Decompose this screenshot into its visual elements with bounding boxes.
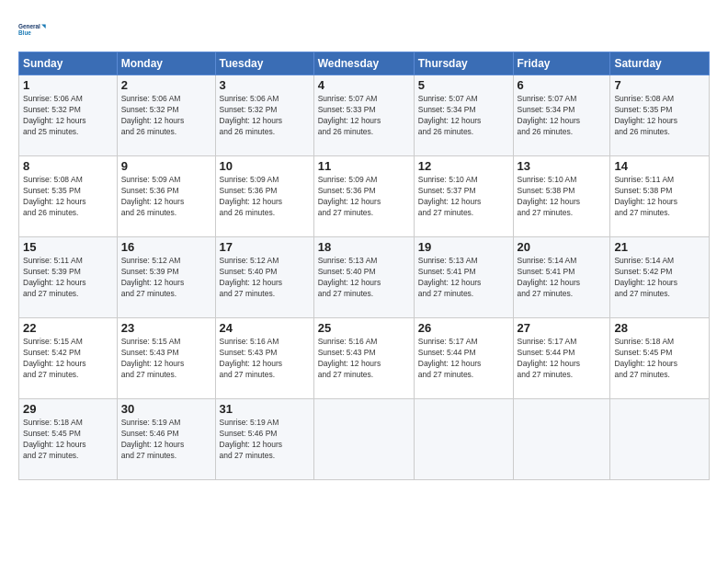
calendar-cell: 23Sunrise: 5:15 AM Sunset: 5:43 PM Dayli… — [117, 318, 215, 399]
calendar-dow-wednesday: Wednesday — [313, 52, 414, 75]
day-number: 20 — [518, 240, 607, 254]
day-info: Sunrise: 5:06 AM Sunset: 5:32 PM Dayligh… — [121, 94, 211, 138]
day-number: 19 — [418, 240, 509, 254]
calendar-cell: 16Sunrise: 5:12 AM Sunset: 5:39 PM Dayli… — [117, 237, 215, 318]
day-number: 6 — [518, 78, 607, 92]
day-number: 4 — [318, 78, 410, 92]
calendar-cell: 2Sunrise: 5:06 AM Sunset: 5:32 PM Daylig… — [117, 75, 215, 156]
logo-icon: GeneralBlue — [18, 15, 48, 44]
calendar-cell — [313, 399, 414, 480]
day-number: 26 — [418, 321, 509, 335]
day-number: 8 — [23, 159, 113, 173]
day-number: 28 — [614, 321, 705, 335]
calendar-cell: 27Sunrise: 5:17 AM Sunset: 5:44 PM Dayli… — [513, 318, 610, 399]
day-info: Sunrise: 5:13 AM Sunset: 5:41 PM Dayligh… — [418, 256, 509, 300]
day-info: Sunrise: 5:12 AM Sunset: 5:39 PM Dayligh… — [121, 256, 211, 300]
calendar-week-1: 1Sunrise: 5:06 AM Sunset: 5:32 PM Daylig… — [19, 75, 710, 156]
calendar-cell: 13Sunrise: 5:10 AM Sunset: 5:38 PM Dayli… — [513, 156, 610, 237]
calendar-cell: 22Sunrise: 5:15 AM Sunset: 5:42 PM Dayli… — [19, 318, 118, 399]
calendar-cell: 7Sunrise: 5:08 AM Sunset: 5:35 PM Daylig… — [610, 75, 710, 156]
calendar-cell: 31Sunrise: 5:19 AM Sunset: 5:46 PM Dayli… — [215, 399, 313, 480]
day-number: 10 — [220, 159, 310, 173]
calendar-dow-thursday: Thursday — [414, 52, 513, 75]
day-info: Sunrise: 5:07 AM Sunset: 5:34 PM Dayligh… — [518, 94, 607, 138]
day-number: 23 — [121, 321, 211, 335]
calendar-table: SundayMondayTuesdayWednesdayThursdayFrid… — [18, 52, 710, 480]
calendar-cell: 17Sunrise: 5:12 AM Sunset: 5:40 PM Dayli… — [215, 237, 313, 318]
calendar-cell: 28Sunrise: 5:18 AM Sunset: 5:45 PM Dayli… — [610, 318, 710, 399]
day-number: 22 — [23, 321, 113, 335]
day-info: Sunrise: 5:14 AM Sunset: 5:41 PM Dayligh… — [518, 256, 607, 300]
calendar-cell: 12Sunrise: 5:10 AM Sunset: 5:37 PM Dayli… — [414, 156, 513, 237]
calendar-header-row: SundayMondayTuesdayWednesdayThursdayFrid… — [19, 52, 710, 75]
svg-marker-2 — [41, 25, 46, 29]
calendar-cell: 9Sunrise: 5:09 AM Sunset: 5:36 PM Daylig… — [117, 156, 215, 237]
calendar-cell: 18Sunrise: 5:13 AM Sunset: 5:40 PM Dayli… — [313, 237, 414, 318]
svg-text:General: General — [18, 23, 40, 29]
calendar-cell — [610, 399, 710, 480]
calendar-cell: 1Sunrise: 5:06 AM Sunset: 5:32 PM Daylig… — [19, 75, 118, 156]
day-number: 25 — [318, 321, 410, 335]
calendar-cell: 15Sunrise: 5:11 AM Sunset: 5:39 PM Dayli… — [19, 237, 118, 318]
day-info: Sunrise: 5:15 AM Sunset: 5:42 PM Dayligh… — [23, 337, 113, 381]
day-info: Sunrise: 5:18 AM Sunset: 5:45 PM Dayligh… — [23, 418, 113, 462]
calendar-week-2: 8Sunrise: 5:08 AM Sunset: 5:35 PM Daylig… — [19, 156, 710, 237]
calendar-cell: 30Sunrise: 5:19 AM Sunset: 5:46 PM Dayli… — [117, 399, 215, 480]
calendar-cell: 29Sunrise: 5:18 AM Sunset: 5:45 PM Dayli… — [19, 399, 118, 480]
day-number: 12 — [418, 159, 509, 173]
day-info: Sunrise: 5:07 AM Sunset: 5:33 PM Dayligh… — [318, 94, 410, 138]
day-info: Sunrise: 5:16 AM Sunset: 5:43 PM Dayligh… — [220, 337, 310, 381]
calendar-dow-sunday: Sunday — [19, 52, 118, 75]
day-number: 16 — [121, 240, 211, 254]
day-number: 27 — [518, 321, 607, 335]
calendar-dow-tuesday: Tuesday — [215, 52, 313, 75]
day-number: 24 — [220, 321, 310, 335]
svg-text:Blue: Blue — [18, 29, 31, 36]
day-number: 7 — [614, 78, 705, 92]
day-number: 31 — [220, 402, 310, 416]
day-info: Sunrise: 5:07 AM Sunset: 5:34 PM Dayligh… — [418, 94, 509, 138]
day-info: Sunrise: 5:09 AM Sunset: 5:36 PM Dayligh… — [318, 175, 410, 219]
calendar-cell: 20Sunrise: 5:14 AM Sunset: 5:41 PM Dayli… — [513, 237, 610, 318]
day-info: Sunrise: 5:09 AM Sunset: 5:36 PM Dayligh… — [220, 175, 310, 219]
calendar-cell: 10Sunrise: 5:09 AM Sunset: 5:36 PM Dayli… — [215, 156, 313, 237]
calendar-cell: 11Sunrise: 5:09 AM Sunset: 5:36 PM Dayli… — [313, 156, 414, 237]
calendar-dow-monday: Monday — [117, 52, 215, 75]
calendar-week-5: 29Sunrise: 5:18 AM Sunset: 5:45 PM Dayli… — [19, 399, 710, 480]
calendar-dow-saturday: Saturday — [610, 52, 710, 75]
day-info: Sunrise: 5:08 AM Sunset: 5:35 PM Dayligh… — [614, 94, 705, 138]
page: GeneralBlue SundayMondayTuesdayWednesday… — [0, 0, 728, 563]
day-number: 17 — [220, 240, 310, 254]
day-info: Sunrise: 5:12 AM Sunset: 5:40 PM Dayligh… — [220, 256, 310, 300]
day-number: 14 — [614, 159, 705, 173]
day-number: 2 — [121, 78, 211, 92]
day-info: Sunrise: 5:11 AM Sunset: 5:39 PM Dayligh… — [23, 256, 113, 300]
day-number: 29 — [23, 402, 113, 416]
calendar-dow-friday: Friday — [513, 52, 610, 75]
day-number: 13 — [518, 159, 607, 173]
day-info: Sunrise: 5:17 AM Sunset: 5:44 PM Dayligh… — [418, 337, 509, 381]
day-info: Sunrise: 5:14 AM Sunset: 5:42 PM Dayligh… — [614, 256, 705, 300]
calendar-cell: 5Sunrise: 5:07 AM Sunset: 5:34 PM Daylig… — [414, 75, 513, 156]
calendar-cell: 4Sunrise: 5:07 AM Sunset: 5:33 PM Daylig… — [313, 75, 414, 156]
day-number: 5 — [418, 78, 509, 92]
calendar-cell — [414, 399, 513, 480]
day-number: 11 — [318, 159, 410, 173]
header: GeneralBlue — [18, 15, 710, 44]
calendar-cell: 21Sunrise: 5:14 AM Sunset: 5:42 PM Dayli… — [610, 237, 710, 318]
calendar-cell: 14Sunrise: 5:11 AM Sunset: 5:38 PM Dayli… — [610, 156, 710, 237]
day-number: 3 — [220, 78, 310, 92]
day-number: 9 — [121, 159, 211, 173]
day-number: 21 — [614, 240, 705, 254]
day-info: Sunrise: 5:19 AM Sunset: 5:46 PM Dayligh… — [121, 418, 211, 462]
day-info: Sunrise: 5:08 AM Sunset: 5:35 PM Dayligh… — [23, 175, 113, 219]
calendar-week-4: 22Sunrise: 5:15 AM Sunset: 5:42 PM Dayli… — [19, 318, 710, 399]
calendar-cell: 19Sunrise: 5:13 AM Sunset: 5:41 PM Dayli… — [414, 237, 513, 318]
day-info: Sunrise: 5:06 AM Sunset: 5:32 PM Dayligh… — [220, 94, 310, 138]
day-info: Sunrise: 5:11 AM Sunset: 5:38 PM Dayligh… — [614, 175, 705, 219]
day-info: Sunrise: 5:10 AM Sunset: 5:38 PM Dayligh… — [518, 175, 607, 219]
day-info: Sunrise: 5:19 AM Sunset: 5:46 PM Dayligh… — [220, 418, 310, 462]
calendar-cell: 8Sunrise: 5:08 AM Sunset: 5:35 PM Daylig… — [19, 156, 118, 237]
calendar-cell: 25Sunrise: 5:16 AM Sunset: 5:43 PM Dayli… — [313, 318, 414, 399]
calendar-cell: 26Sunrise: 5:17 AM Sunset: 5:44 PM Dayli… — [414, 318, 513, 399]
